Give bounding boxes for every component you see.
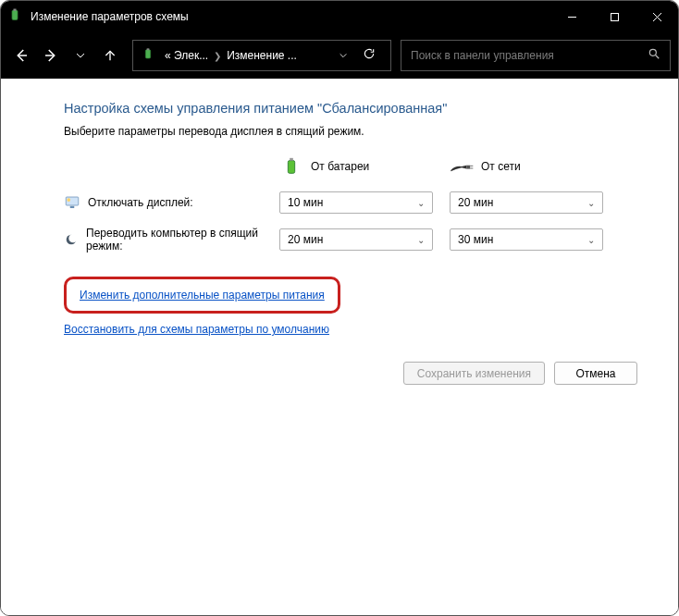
combo-sleep-mains[interactable]: 30 мин ⌄ (450, 228, 603, 251)
row-sleep: Переводить компьютер в спящий режим: (64, 227, 263, 253)
moon-icon (64, 231, 79, 248)
minimize-button[interactable] (550, 1, 593, 32)
column-header-battery: От батареи (279, 154, 433, 179)
page-subtext: Выберите параметры перевода дисплея в сп… (64, 125, 637, 138)
chevron-down-icon: ⌄ (587, 235, 595, 245)
breadcrumb-item-2[interactable]: Изменение ... (223, 49, 301, 62)
svg-rect-9 (147, 48, 150, 50)
row-label-sleep: Переводить компьютер в спящий режим: (86, 227, 263, 253)
save-button: Сохранить изменения (403, 362, 545, 385)
settings-grid: От батареи От сети (64, 154, 637, 253)
svg-point-10 (649, 49, 656, 55)
page-heading: Настройка схемы управления питанием "Сба… (64, 101, 637, 116)
svg-rect-3 (611, 13, 618, 20)
links-section: Изменить дополнительные параметры питани… (64, 277, 637, 336)
app-icon (6, 7, 25, 26)
content: Настройка схемы управления питанием "Сба… (1, 79, 678, 615)
combo-sleep-battery[interactable]: 20 мин ⌄ (279, 228, 433, 251)
breadcrumb-icon (141, 47, 157, 64)
search-input[interactable] (411, 49, 642, 62)
breadcrumb-separator: ❯ (212, 51, 223, 61)
chevron-down-icon: ⌄ (417, 235, 425, 245)
combo-value: 20 мин (288, 233, 323, 246)
titlebar: Изменение параметров схемы (1, 1, 678, 32)
svg-line-11 (656, 55, 660, 59)
column-label-mains: От сети (481, 160, 521, 173)
back-button[interactable] (8, 43, 34, 68)
column-label-battery: От батареи (311, 160, 369, 173)
svg-rect-14 (466, 166, 470, 169)
svg-point-19 (67, 198, 70, 202)
window: Изменение параметров схемы (0, 0, 679, 616)
breadcrumb-item-1[interactable]: « Элек... (161, 49, 212, 62)
combo-display-battery[interactable]: 10 мин ⌄ (279, 191, 433, 214)
plug-icon (450, 154, 474, 179)
link-advanced-settings[interactable]: Изменить дополнительные параметры питани… (80, 289, 325, 302)
navbar: « Элек... ❯ Изменение ... (1, 32, 678, 79)
close-button[interactable] (636, 1, 678, 32)
search-icon[interactable] (648, 47, 660, 64)
svg-rect-8 (145, 50, 150, 58)
combo-display-mains[interactable]: 20 мин ⌄ (450, 191, 603, 214)
battery-icon (279, 154, 303, 179)
forward-button[interactable] (38, 43, 64, 68)
address-bar[interactable]: « Элек... ❯ Изменение ... (132, 40, 391, 71)
cancel-button[interactable]: Отмена (554, 362, 637, 385)
svg-rect-13 (290, 158, 293, 161)
chevron-down-icon: ⌄ (417, 198, 425, 208)
search-box[interactable] (401, 40, 671, 71)
column-header-mains: От сети (450, 154, 603, 179)
svg-rect-0 (12, 10, 18, 20)
recent-dropdown[interactable] (68, 43, 93, 68)
svg-rect-18 (70, 206, 75, 208)
svg-point-21 (68, 234, 77, 242)
combo-value: 10 мин (288, 196, 323, 209)
svg-rect-1 (14, 9, 17, 11)
maximize-button[interactable] (593, 1, 636, 32)
monitor-icon (64, 194, 80, 211)
combo-value: 30 мин (458, 233, 493, 246)
address-dropdown[interactable] (333, 47, 353, 64)
up-button[interactable] (97, 43, 123, 68)
chevron-down-icon: ⌄ (587, 198, 595, 208)
row-display-off: Отключать дисплей: (64, 194, 263, 211)
combo-value: 20 мин (458, 196, 493, 209)
refresh-button[interactable] (353, 47, 385, 64)
footer-buttons: Сохранить изменения Отмена (64, 362, 637, 385)
window-controls (550, 1, 678, 32)
window-title: Изменение параметров схемы (31, 10, 550, 23)
link-restore-defaults[interactable]: Восстановить для схемы параметры по умол… (64, 323, 329, 336)
row-label-display: Отключать дисплей: (88, 196, 193, 209)
highlight-box: Изменить дополнительные параметры питани… (64, 277, 340, 314)
svg-rect-12 (288, 161, 294, 174)
